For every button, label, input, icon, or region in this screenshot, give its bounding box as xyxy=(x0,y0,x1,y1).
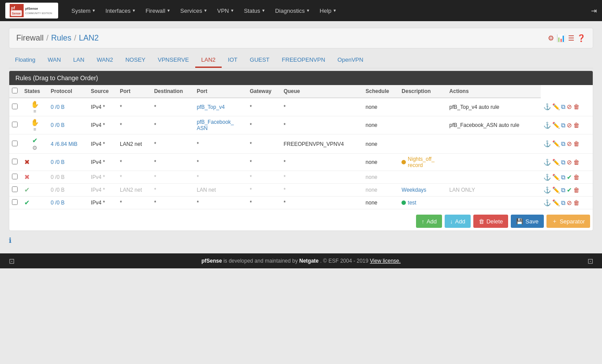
save-label: Save xyxy=(525,218,539,225)
row3-delete-icon[interactable]: 🗑 xyxy=(573,140,580,148)
row5-checkbox[interactable] xyxy=(12,174,18,179)
row4-checkbox[interactable] xyxy=(12,159,18,164)
tab-nosey[interactable]: NOSEY xyxy=(119,53,152,68)
tab-guest[interactable]: GUEST xyxy=(244,53,276,68)
row1-checkbox[interactable] xyxy=(12,104,18,109)
row1-anchor-icon[interactable]: ⚓ xyxy=(543,103,551,111)
nav-firewall[interactable]: Firewall ▼ xyxy=(141,5,175,17)
row2-anchor-icon[interactable]: ⚓ xyxy=(543,122,551,129)
panel-heading: Rules (Drag to Change Order) xyxy=(9,71,593,85)
tab-freeopenvpn[interactable]: FREEOPENVPN xyxy=(276,53,331,68)
svg-text:pfSense: pfSense xyxy=(25,7,38,11)
row1-states-link[interactable]: 0 /0 B xyxy=(51,104,64,110)
row6-enable-icon[interactable]: ✔ xyxy=(567,186,572,194)
row6-checkbox[interactable] xyxy=(12,186,18,192)
tab-vpnserve[interactable]: VPNSERVE xyxy=(152,53,195,68)
tab-wan[interactable]: WAN xyxy=(41,53,67,68)
row7-edit-icon[interactable]: ✏️ xyxy=(552,199,560,207)
row2-edit-icon[interactable]: ✏️ xyxy=(552,122,560,129)
filter-icon[interactable]: ⚙ xyxy=(548,34,554,42)
row3-states-link[interactable]: 4 /6.84 MiB xyxy=(51,141,78,147)
tab-iot[interactable]: IOT xyxy=(222,53,244,68)
row3-edit-icon[interactable]: ✏️ xyxy=(552,140,560,148)
add-above-button[interactable]: ↑ Add xyxy=(416,215,442,228)
add-below-button[interactable]: ↓ Add xyxy=(445,215,471,228)
row2-dest-link[interactable]: pfB_Facebook_ASN xyxy=(197,119,234,131)
row5-anchor-icon[interactable]: ⚓ xyxy=(543,174,551,181)
row5-edit-icon[interactable]: ✏️ xyxy=(552,174,560,181)
nav-system[interactable]: System ▼ xyxy=(67,5,100,17)
row5-delete-icon[interactable]: 🗑 xyxy=(573,174,580,181)
row4-delete-icon[interactable]: 🗑 xyxy=(573,159,580,166)
row3-disable-icon[interactable]: ⊘ xyxy=(567,140,572,148)
separator-button[interactable]: ＋ Separator xyxy=(546,215,590,228)
nav-interfaces[interactable]: Interfaces ▼ xyxy=(101,5,140,17)
nav-vpn[interactable]: VPN ▼ xyxy=(213,5,239,17)
row7-copy-icon[interactable]: ⧉ xyxy=(561,199,565,207)
nav-status-label: Status xyxy=(244,7,260,14)
row7-checkbox[interactable] xyxy=(12,199,18,205)
row4-gateway: * xyxy=(281,154,363,171)
row2-copy-icon[interactable]: ⧉ xyxy=(561,122,565,129)
row1-delete-icon[interactable]: 🗑 xyxy=(573,103,580,111)
test-sched-label[interactable]: test xyxy=(408,200,416,206)
save-button[interactable]: 💾 Save xyxy=(511,215,544,228)
row7-disable-icon[interactable]: ⊘ xyxy=(567,199,572,207)
help-icon[interactable]: ❓ xyxy=(577,34,586,42)
navbar-logout[interactable]: ⇥ xyxy=(591,7,597,15)
nav-services-caret: ▼ xyxy=(204,8,208,13)
row6-edit-icon[interactable]: ✏️ xyxy=(552,186,560,194)
nav-status[interactable]: Status ▼ xyxy=(239,5,270,17)
row5-states: 0 /0 B xyxy=(48,171,88,184)
tab-floating[interactable]: Floating xyxy=(9,53,41,68)
row4-schedule: Nights_off_record xyxy=(399,154,446,171)
row6-protocol: IPv4 * xyxy=(88,184,117,197)
delete-icon: 🗑 xyxy=(479,218,484,225)
delete-button[interactable]: 🗑 Delete xyxy=(473,215,509,228)
row5-enable-icon[interactable]: ✔ xyxy=(567,174,572,181)
tab-lan2[interactable]: LAN2 xyxy=(195,53,222,68)
row7-states-link[interactable]: 0 /0 B xyxy=(51,200,64,206)
nav-status-caret: ▼ xyxy=(261,8,265,13)
view-license-link[interactable]: View license. xyxy=(370,258,401,264)
row4-states-link[interactable]: 0 /0 B xyxy=(51,159,64,165)
row7-anchor-icon[interactable]: ⚓ xyxy=(543,199,551,207)
nav-services[interactable]: Services ▼ xyxy=(176,5,212,17)
pass-icon: ✔ xyxy=(24,199,30,206)
col-gateway: Gateway xyxy=(247,85,281,98)
row2-states-link[interactable]: 0 /0 B xyxy=(51,122,64,128)
row4-anchor-icon[interactable]: ⚓ xyxy=(543,159,551,166)
nav-system-label: System xyxy=(71,7,90,14)
row6-anchor-icon[interactable]: ⚓ xyxy=(543,186,551,194)
nav-diagnostics[interactable]: Diagnostics ▼ xyxy=(271,5,314,17)
row3-schedule xyxy=(399,134,446,154)
row4-copy-icon[interactable]: ⧉ xyxy=(561,159,565,166)
chart-icon[interactable]: 📊 xyxy=(557,34,565,42)
row1-dest-link[interactable]: pfB_Top_v4 xyxy=(197,104,224,110)
tab-wan2[interactable]: WAN2 xyxy=(90,53,119,68)
row1-copy-icon[interactable]: ⧉ xyxy=(561,103,565,111)
tab-lan[interactable]: LAN xyxy=(67,53,90,68)
row4-edit-icon[interactable]: ✏️ xyxy=(552,159,560,166)
row3-anchor-icon[interactable]: ⚓ xyxy=(543,140,551,148)
breadcrumb-rules[interactable]: Rules xyxy=(51,33,71,43)
row4-disable-icon[interactable]: ⊘ xyxy=(567,159,572,166)
list-icon[interactable]: ☰ xyxy=(568,34,574,42)
row6-copy-icon[interactable]: ⧉ xyxy=(561,186,565,194)
sched-dot-green xyxy=(401,201,406,205)
row1-disable-icon[interactable]: ⊘ xyxy=(567,103,572,111)
select-all-checkbox[interactable] xyxy=(12,88,18,93)
row7-action-icons: ⚓ ✏️ ⧉ ⊘ 🗑 xyxy=(543,199,583,207)
row2-checkbox[interactable] xyxy=(12,122,18,127)
row2-disable-icon[interactable]: ⊘ xyxy=(567,122,572,129)
row3-copy-icon[interactable]: ⧉ xyxy=(561,140,565,148)
weekdays-sched[interactable]: Weekdays xyxy=(401,187,426,193)
row6-delete-icon[interactable]: 🗑 xyxy=(573,186,580,194)
row7-delete-icon[interactable]: 🗑 xyxy=(573,199,580,207)
row5-copy-icon[interactable]: ⧉ xyxy=(561,174,565,181)
nav-help[interactable]: Help ▼ xyxy=(315,5,341,17)
tab-openvpn[interactable]: OpenVPN xyxy=(331,53,370,68)
row2-delete-icon[interactable]: 🗑 xyxy=(573,122,580,129)
row3-checkbox[interactable] xyxy=(12,141,18,146)
row1-edit-icon[interactable]: ✏️ xyxy=(552,103,560,111)
